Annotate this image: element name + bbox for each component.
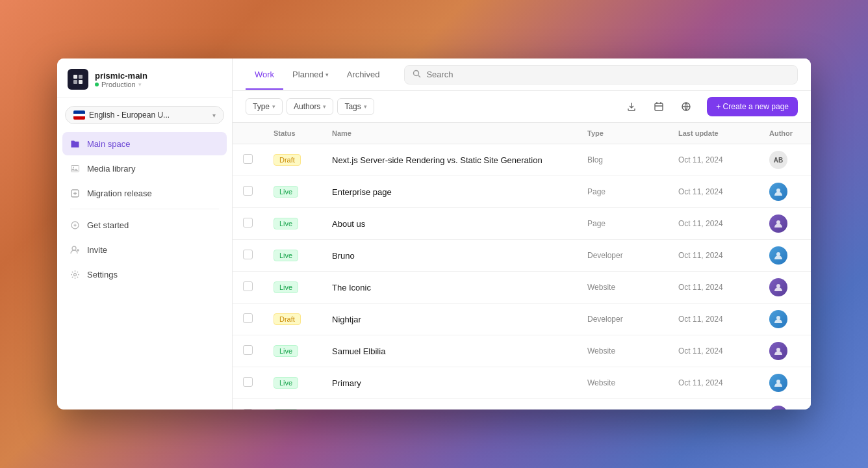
row-checkbox-cell (233, 208, 263, 240)
top-bar: Work Planned ▾ Archived (233, 58, 811, 91)
type-cell: Website (577, 335, 668, 367)
author-cell (759, 176, 811, 208)
globe-icon[interactable] (676, 96, 696, 117)
table-row: DraftNightjarDeveloperOct 11, 2024 (233, 304, 811, 335)
chevron-down-icon: ▾ (323, 103, 326, 110)
type-cell: Website (577, 367, 668, 399)
sidebar-item-invite[interactable]: Invite (62, 238, 227, 261)
name-cell[interactable]: Pitchy (322, 399, 577, 410)
avatar (769, 183, 787, 201)
status-badge: Live (274, 377, 298, 389)
type-cell: Website (577, 272, 668, 304)
create-page-button[interactable]: + Create a new page (707, 97, 798, 116)
author-cell (759, 335, 811, 367)
svg-rect-0 (73, 75, 77, 79)
toolbar-icons (621, 96, 696, 117)
author-cell (759, 272, 811, 304)
date-cell: Oct 11, 2024 (668, 399, 759, 410)
sidebar: prismic-main Production ▾ English - Euro… (57, 58, 233, 410)
status-badge: Live (274, 250, 298, 261)
type-column-header: Type (577, 123, 668, 144)
svg-point-5 (73, 166, 74, 168)
language-label: English - European U... (89, 110, 209, 120)
name-cell[interactable]: Enterprise page (322, 176, 577, 208)
status-text: Production (101, 81, 136, 88)
svg-point-8 (72, 246, 76, 250)
tab-work[interactable]: Work (246, 60, 283, 90)
workspace-status: Production ▾ (95, 81, 147, 88)
app-window: prismic-main Production ▾ English - Euro… (57, 58, 811, 410)
name-cell[interactable]: Nightjar (322, 304, 577, 335)
sidebar-divider (70, 209, 219, 209)
type-cell: Page (577, 208, 668, 240)
authors-filter-label: Authors (294, 102, 320, 111)
row-checkbox[interactable] (243, 409, 253, 410)
row-checkbox[interactable] (243, 250, 253, 259)
export-icon[interactable] (621, 96, 642, 117)
name-cell[interactable]: Next.js Server-side Rendering vs. Static… (322, 144, 577, 176)
status-cell: Live (263, 176, 322, 208)
name-cell[interactable]: Primary (322, 367, 577, 399)
flag-icon (73, 110, 85, 120)
table-row: DraftNext.js Server-side Rendering vs. S… (233, 144, 811, 176)
row-checkbox[interactable] (243, 281, 253, 291)
date-cell: Oct 11, 2024 (668, 208, 759, 240)
circle-icon (69, 219, 81, 231)
name-cell[interactable]: About us (322, 208, 577, 240)
status-cell: Live (263, 335, 322, 367)
svg-point-10 (414, 70, 419, 75)
status-column-header: Status (263, 123, 322, 144)
sidebar-item-label: Settings (87, 270, 118, 280)
row-checkbox[interactable] (243, 154, 253, 164)
authors-filter[interactable]: Authors ▾ (287, 98, 333, 115)
row-checkbox[interactable] (243, 218, 253, 228)
avatar (769, 278, 787, 296)
sidebar-item-media-library[interactable]: Media library (62, 157, 227, 180)
nav-tabs: Work Planned ▾ Archived (246, 60, 389, 89)
svg-rect-4 (71, 165, 79, 172)
documents-table: Status Name Type Last update Author Draf… (233, 123, 811, 410)
sidebar-item-migration-release[interactable]: Migration release (62, 181, 227, 205)
language-selector[interactable]: English - European U... ▾ (65, 106, 224, 124)
row-checkbox[interactable] (243, 377, 253, 387)
tab-archived[interactable]: Archived (338, 60, 389, 90)
tags-filter[interactable]: Tags ▾ (337, 98, 374, 115)
search-icon (413, 70, 421, 80)
name-cell[interactable]: Bruno (322, 240, 577, 272)
search-bar[interactable] (404, 65, 798, 84)
status-badge: Live (274, 218, 298, 229)
type-cell: Developer (577, 240, 668, 272)
row-checkbox-cell (233, 367, 263, 399)
row-checkbox[interactable] (243, 313, 253, 323)
status-badge: Live (274, 345, 298, 357)
sidebar-item-settings[interactable]: Settings (62, 263, 227, 286)
sidebar-item-main-space[interactable]: Main space (62, 132, 227, 155)
type-filter[interactable]: Type ▾ (246, 98, 283, 115)
name-cell[interactable]: Samuel Elbilia (322, 335, 577, 367)
author-column-header: Author (759, 123, 811, 144)
table-row: LiveEnterprise pagePageOct 11, 2024 (233, 176, 811, 208)
svg-rect-1 (79, 75, 83, 79)
name-column-header: Name (322, 123, 577, 144)
type-cell: Page (577, 176, 668, 208)
search-input[interactable] (426, 70, 789, 79)
tab-planned[interactable]: Planned ▾ (283, 60, 338, 90)
avatar (769, 246, 787, 265)
name-cell[interactable]: The Iconic (322, 272, 577, 304)
status-badge: Live (274, 186, 298, 198)
select-all-header (233, 123, 263, 144)
author-cell (759, 399, 811, 410)
avatar (769, 310, 787, 328)
calendar-icon[interactable] (648, 96, 669, 117)
sidebar-item-get-started[interactable]: Get started (62, 213, 227, 237)
row-checkbox[interactable] (243, 186, 253, 196)
sidebar-item-label: Migration release (87, 188, 152, 198)
status-cell: Live (263, 240, 322, 272)
row-checkbox[interactable] (243, 345, 253, 355)
workspace-name: prismic-main (95, 71, 147, 81)
author-cell: AB (759, 144, 811, 176)
row-checkbox-cell (233, 240, 263, 272)
avatar (769, 342, 787, 360)
workspace-info: prismic-main Production ▾ (95, 71, 147, 88)
status-cell: Draft (263, 144, 322, 176)
